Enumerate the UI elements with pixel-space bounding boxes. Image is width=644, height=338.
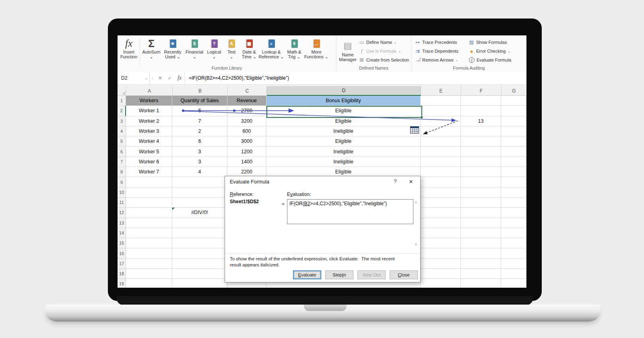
cell-E5[interactable] [421, 136, 461, 146]
cell-F16[interactable] [461, 248, 501, 258]
cell-F7[interactable] [461, 157, 501, 167]
cell-F17[interactable] [461, 259, 501, 269]
ribbon-logical-button[interactable]: ?Logical⌄ [205, 35, 223, 69]
row-header-15[interactable]: 15 [118, 238, 126, 248]
cell-B19[interactable] [172, 279, 227, 288]
row-header-11[interactable]: 11 [118, 198, 126, 208]
chevron-down-icon[interactable]: ⌄ [144, 76, 147, 80]
row-header-3[interactable]: 3 [118, 116, 126, 126]
cell-B4[interactable]: 2 [172, 126, 227, 136]
cell-E7[interactable] [421, 157, 461, 167]
cell-A19[interactable] [126, 279, 172, 288]
formula-bar-sizer[interactable]: ⋮ [150, 72, 155, 84]
cell-G13[interactable] [501, 218, 526, 228]
cell-G19[interactable] [501, 279, 526, 288]
ribbon-date-time-button[interactable]: ▦Date &Time ⌄ [239, 35, 259, 69]
ribbon-more-functions-button[interactable]: …MoreFunctions ⌄ [305, 35, 328, 69]
cell-B12[interactable]: #DIV/0! [172, 208, 227, 218]
cell-G3[interactable] [501, 116, 526, 126]
row-header-7[interactable]: 7 [118, 157, 126, 167]
cell-C1[interactable]: Revenue [227, 96, 266, 106]
cell-G6[interactable] [501, 146, 526, 157]
scroll-up-icon[interactable]: ∧ [415, 200, 417, 204]
cell-B18[interactable] [172, 269, 227, 279]
name-box[interactable]: D2 ⌄ [118, 72, 150, 84]
cell-G11[interactable] [501, 198, 526, 208]
column-header-D[interactable]: D [267, 86, 421, 96]
row-header-10[interactable]: 10 [118, 188, 126, 198]
ribbon-lookup-reference-button[interactable]: ⌕Lookup &Reference ⌄ [259, 35, 284, 69]
cell-E11[interactable] [421, 198, 461, 208]
row-header-1[interactable]: 1 [118, 96, 126, 106]
cell-A17[interactable] [126, 259, 172, 269]
cell-E17[interactable] [421, 259, 461, 269]
cell-C6[interactable]: 1200 [227, 146, 266, 157]
cell-C7[interactable]: 1400 [227, 157, 266, 167]
cell-E13[interactable] [421, 218, 461, 228]
ribbon-use-in-formula-button[interactable]: ƒUse in Formula⌄ [359, 47, 409, 56]
ribbon-text-button[interactable]: AText⌄ [223, 35, 239, 69]
cell-E2[interactable] [421, 106, 461, 116]
evaluate-button[interactable]: Evaluate [293, 270, 321, 279]
cell-B17[interactable] [172, 259, 227, 269]
ribbon-create-from-selection-button[interactable]: ⊞Create from Selection [359, 56, 409, 64]
column-header-G[interactable]: G [502, 86, 526, 96]
cell-E1[interactable] [421, 96, 461, 106]
cell-A12[interactable] [126, 208, 172, 218]
cell-F5[interactable] [461, 136, 501, 146]
step-in-button[interactable]: Step In [325, 270, 353, 279]
column-header-F[interactable]: F [461, 86, 502, 96]
cell-E8[interactable] [421, 167, 461, 177]
ribbon-show-formulas-button[interactable]: ▤Show Formulas [469, 38, 511, 47]
cell-A5[interactable]: Worker 4 [126, 136, 172, 146]
cell-F8[interactable] [461, 167, 501, 177]
cell-E18[interactable] [421, 269, 461, 279]
row-header-2[interactable]: 2 [118, 106, 126, 116]
ribbon-financial-button[interactable]: $Financial⌄ [184, 35, 205, 69]
cell-F1[interactable] [461, 96, 501, 106]
cell-G5[interactable] [501, 136, 526, 146]
cell-B2[interactable]: 6 [172, 106, 227, 116]
row-header-16[interactable]: 16 [118, 248, 126, 258]
cell-A15[interactable] [126, 238, 172, 248]
cell-A6[interactable]: Worker 5 [126, 146, 172, 157]
evaluation-box[interactable]: IF(OR(B2>=4,C2>2500),"Eligible","Ineligi… [287, 199, 413, 224]
ribbon-recently-used-button[interactable]: ★RecentlyUsed ⌄ [161, 35, 184, 69]
cell-C3[interactable]: 3200 [227, 116, 266, 126]
cell-A10[interactable] [126, 188, 172, 198]
cell-G17[interactable] [501, 259, 526, 269]
cell-F18[interactable] [461, 269, 501, 279]
help-button[interactable]: ? [391, 179, 399, 184]
cell-F3[interactable]: 13 [461, 116, 501, 126]
cell-B6[interactable]: 3 [172, 146, 227, 157]
cell-B14[interactable] [172, 228, 227, 238]
cell-A7[interactable]: Worker 6 [126, 157, 172, 167]
cell-C2[interactable]: 2700 [227, 106, 266, 116]
formula-input[interactable]: =IF(OR(B2>=4,C2>2500),"Eligible","Inelig… [185, 72, 526, 84]
column-header-C[interactable]: C [228, 86, 267, 96]
cell-F15[interactable] [461, 238, 501, 248]
cell-B8[interactable]: 4 [172, 167, 227, 177]
cancel-icon[interactable]: ✕ [155, 72, 165, 84]
cell-F13[interactable] [461, 218, 501, 228]
cell-B9[interactable] [172, 177, 227, 187]
cell-D2[interactable]: Eligible [266, 106, 421, 116]
cell-D1[interactable]: Bonus Eligibility [266, 96, 421, 106]
cell-F2[interactable] [461, 106, 501, 116]
cell-F4[interactable] [461, 126, 501, 136]
cell-G7[interactable] [501, 157, 526, 167]
cell-E9[interactable] [421, 177, 461, 187]
cell-E12[interactable] [421, 208, 461, 218]
cell-F12[interactable] [461, 208, 501, 218]
row-header-19[interactable]: 19 [118, 279, 126, 288]
cell-F14[interactable] [461, 228, 501, 238]
ribbon-define-name-button[interactable]: ▭Define Name⌄ [359, 38, 409, 47]
cell-A13[interactable] [126, 218, 172, 228]
row-header-4[interactable]: 4 [118, 126, 126, 136]
cell-F11[interactable] [461, 198, 501, 208]
column-header-A[interactable]: A [126, 86, 173, 96]
cell-G16[interactable] [501, 248, 526, 258]
cell-E10[interactable] [421, 188, 461, 198]
ribbon-evaluate-formula-button[interactable]: ƒEvaluate Formula [469, 56, 511, 64]
cell-E16[interactable] [421, 248, 461, 258]
